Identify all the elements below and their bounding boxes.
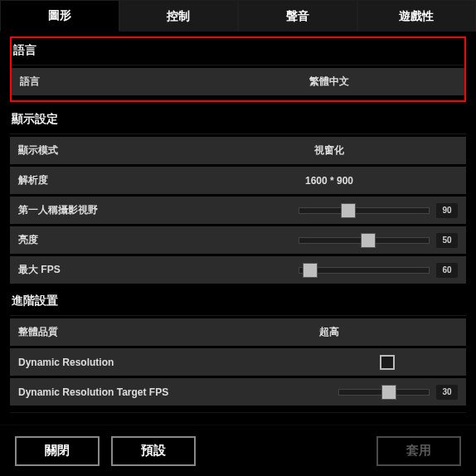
slider-brightness-value: 50 [436, 233, 458, 248]
row-display-mode[interactable]: 顯示模式 視窗化 [10, 137, 466, 164]
slider-dynresfps[interactable] [338, 389, 430, 396]
section-header-display: 顯示設定 [10, 102, 466, 134]
row-quality[interactable]: 整體品質 超高 [10, 318, 466, 346]
close-button[interactable]: 關閉 [15, 436, 100, 466]
row-language-label: 語言 [20, 75, 202, 89]
row-dynres-label: Dynamic Resolution [18, 357, 201, 368]
row-fov-label: 第一人稱攝影視野 [18, 203, 201, 217]
settings-body: 語言 語言 繁體中文 顯示設定 顯示模式 視窗化 解析度 1600 * 900 … [0, 32, 476, 413]
tab-controls[interactable]: 控制 [119, 0, 239, 32]
highlight-language-section: 語言 語言 繁體中文 [10, 36, 466, 102]
row-dynres: Dynamic Resolution [10, 348, 466, 376]
slider-maxfps-value: 60 [436, 263, 458, 278]
row-quality-label: 整體品質 [18, 325, 201, 339]
slider-handle-maxfps[interactable] [303, 263, 318, 278]
slider-fov[interactable] [299, 207, 430, 214]
row-dynresfps-label: Dynamic Resolution Target FPS [18, 386, 234, 398]
checkbox-dynres[interactable] [380, 355, 395, 370]
slider-handle-dynresfps[interactable] [381, 385, 396, 400]
apply-button[interactable]: 套用 [376, 436, 461, 466]
section-header-language: 語言 [12, 38, 464, 66]
row-resolution[interactable]: 解析度 1600 * 900 [10, 167, 466, 194]
row-language-value: 繁體中文 [202, 75, 456, 89]
tab-sound[interactable]: 聲音 [238, 0, 357, 32]
slider-handle-brightness[interactable] [361, 233, 376, 248]
slider-dynresfps-value: 30 [436, 385, 458, 400]
defaults-button[interactable]: 預設 [111, 436, 196, 466]
row-resolution-label: 解析度 [18, 173, 201, 187]
divider [10, 412, 466, 413]
row-dynresfps: Dynamic Resolution Target FPS 30 [10, 378, 466, 406]
section-header-advanced: 進階設置 [10, 284, 466, 316]
row-maxfps: 最大 FPS 60 [10, 256, 466, 284]
row-display-mode-label: 顯示模式 [18, 143, 201, 158]
bottom-bar: 關閉 預設 套用 [0, 425, 476, 476]
row-language[interactable]: 語言 繁體中文 [12, 68, 464, 95]
tab-gameplay[interactable]: 遊戲性 [357, 0, 477, 32]
row-brightness-label: 亮度 [18, 233, 201, 247]
row-display-mode-value: 視窗化 [201, 143, 458, 158]
slider-fov-value: 90 [436, 203, 458, 218]
row-brightness: 亮度 50 [10, 226, 466, 254]
tabs-bar: 圖形 控制 聲音 遊戲性 [0, 0, 476, 32]
row-fov: 第一人稱攝影視野 90 [10, 197, 466, 224]
row-quality-value: 超高 [201, 325, 458, 339]
slider-brightness[interactable] [299, 237, 430, 244]
row-resolution-value: 1600 * 900 [201, 175, 458, 187]
tab-graphics[interactable]: 圖形 [0, 0, 119, 32]
row-maxfps-label: 最大 FPS [18, 263, 201, 277]
slider-handle-fov[interactable] [341, 203, 356, 218]
slider-maxfps[interactable] [299, 267, 430, 274]
